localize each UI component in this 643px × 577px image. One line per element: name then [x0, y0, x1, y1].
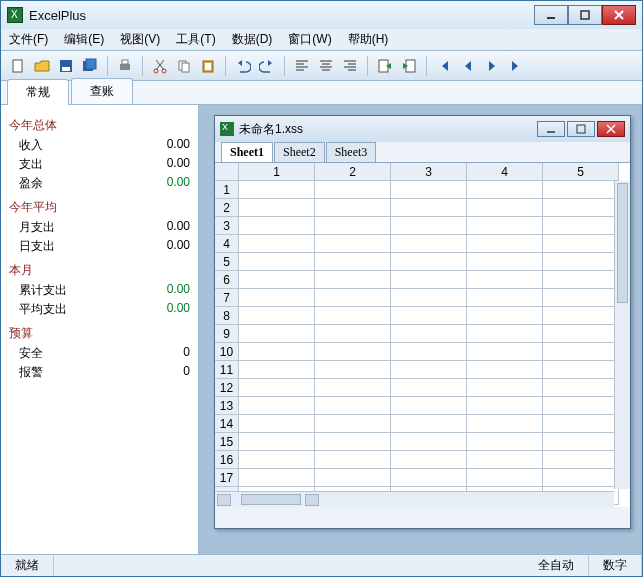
- align-left-icon[interactable]: [291, 55, 313, 77]
- cell[interactable]: [391, 289, 467, 307]
- mdi-minimize-button[interactable]: [537, 121, 565, 137]
- cell[interactable]: [239, 469, 315, 487]
- cell[interactable]: [391, 397, 467, 415]
- horizontal-scrollbar[interactable]: [215, 491, 614, 507]
- cell[interactable]: [239, 181, 315, 199]
- cell[interactable]: [467, 415, 543, 433]
- cell[interactable]: [391, 199, 467, 217]
- first-icon[interactable]: [433, 55, 455, 77]
- row-header[interactable]: 9: [215, 325, 239, 343]
- save-icon[interactable]: [55, 55, 77, 77]
- cell[interactable]: [239, 361, 315, 379]
- row-header[interactable]: 6: [215, 271, 239, 289]
- cell[interactable]: [315, 217, 391, 235]
- saveall-icon[interactable]: [79, 55, 101, 77]
- cell[interactable]: [239, 451, 315, 469]
- row-header[interactable]: 14: [215, 415, 239, 433]
- cell[interactable]: [315, 379, 391, 397]
- cell[interactable]: [315, 181, 391, 199]
- cell[interactable]: [467, 289, 543, 307]
- cell[interactable]: [315, 397, 391, 415]
- cell[interactable]: [543, 307, 619, 325]
- grid-corner[interactable]: [215, 163, 239, 181]
- cell[interactable]: [315, 415, 391, 433]
- menu-view[interactable]: 视图(V): [120, 31, 160, 48]
- row-header[interactable]: 12: [215, 379, 239, 397]
- cell[interactable]: [239, 253, 315, 271]
- menu-help[interactable]: 帮助(H): [348, 31, 389, 48]
- redo-icon[interactable]: [256, 55, 278, 77]
- undo-icon[interactable]: [232, 55, 254, 77]
- prev-icon[interactable]: [457, 55, 479, 77]
- cell[interactable]: [467, 235, 543, 253]
- cell[interactable]: [315, 253, 391, 271]
- cell[interactable]: [467, 271, 543, 289]
- import-icon[interactable]: [398, 55, 420, 77]
- print-icon[interactable]: [114, 55, 136, 77]
- menu-window[interactable]: 窗口(W): [288, 31, 331, 48]
- cell[interactable]: [467, 397, 543, 415]
- cell[interactable]: [239, 415, 315, 433]
- col-header[interactable]: 5: [543, 163, 619, 181]
- cell[interactable]: [239, 289, 315, 307]
- cell[interactable]: [391, 181, 467, 199]
- row-header[interactable]: 17: [215, 469, 239, 487]
- cell[interactable]: [467, 451, 543, 469]
- cell[interactable]: [239, 235, 315, 253]
- tab-check[interactable]: 查账: [71, 78, 133, 104]
- cell[interactable]: [543, 325, 619, 343]
- cell[interactable]: [315, 343, 391, 361]
- menu-data[interactable]: 数据(D): [232, 31, 273, 48]
- cell[interactable]: [239, 379, 315, 397]
- cell[interactable]: [239, 217, 315, 235]
- cell[interactable]: [543, 361, 619, 379]
- align-right-icon[interactable]: [339, 55, 361, 77]
- cell[interactable]: [239, 433, 315, 451]
- cut-icon[interactable]: [149, 55, 171, 77]
- maximize-button[interactable]: [568, 5, 602, 25]
- cell[interactable]: [467, 379, 543, 397]
- cell[interactable]: [315, 433, 391, 451]
- cell[interactable]: [467, 199, 543, 217]
- row-header[interactable]: 10: [215, 343, 239, 361]
- cell[interactable]: [391, 379, 467, 397]
- cell[interactable]: [467, 217, 543, 235]
- copy-icon[interactable]: [173, 55, 195, 77]
- cell[interactable]: [543, 343, 619, 361]
- tab-normal[interactable]: 常规: [7, 79, 69, 105]
- sheet-tab-1[interactable]: Sheet1: [221, 142, 273, 162]
- h-scroll-thumb[interactable]: [241, 494, 301, 505]
- cell[interactable]: [239, 307, 315, 325]
- v-scroll-thumb[interactable]: [617, 183, 628, 303]
- sheet-tab-3[interactable]: Sheet3: [326, 142, 377, 162]
- cell[interactable]: [391, 307, 467, 325]
- align-center-icon[interactable]: [315, 55, 337, 77]
- cell[interactable]: [315, 469, 391, 487]
- cell[interactable]: [239, 271, 315, 289]
- cell[interactable]: [543, 451, 619, 469]
- cell[interactable]: [543, 217, 619, 235]
- cell[interactable]: [543, 199, 619, 217]
- cell[interactable]: [315, 325, 391, 343]
- cell[interactable]: [543, 469, 619, 487]
- h-scroll-right-icon[interactable]: [305, 494, 319, 506]
- cell[interactable]: [467, 307, 543, 325]
- cell[interactable]: [543, 415, 619, 433]
- cell[interactable]: [543, 433, 619, 451]
- cell[interactable]: [391, 469, 467, 487]
- col-header[interactable]: 4: [467, 163, 543, 181]
- mdi-close-button[interactable]: [597, 121, 625, 137]
- cell[interactable]: [315, 361, 391, 379]
- cell[interactable]: [315, 199, 391, 217]
- cell[interactable]: [391, 325, 467, 343]
- cell[interactable]: [391, 361, 467, 379]
- cell[interactable]: [391, 433, 467, 451]
- row-header[interactable]: 1: [215, 181, 239, 199]
- menu-tools[interactable]: 工具(T): [176, 31, 215, 48]
- cell[interactable]: [543, 253, 619, 271]
- cell[interactable]: [467, 343, 543, 361]
- cell[interactable]: [543, 289, 619, 307]
- cell[interactable]: [391, 253, 467, 271]
- cell[interactable]: [543, 271, 619, 289]
- cell[interactable]: [391, 343, 467, 361]
